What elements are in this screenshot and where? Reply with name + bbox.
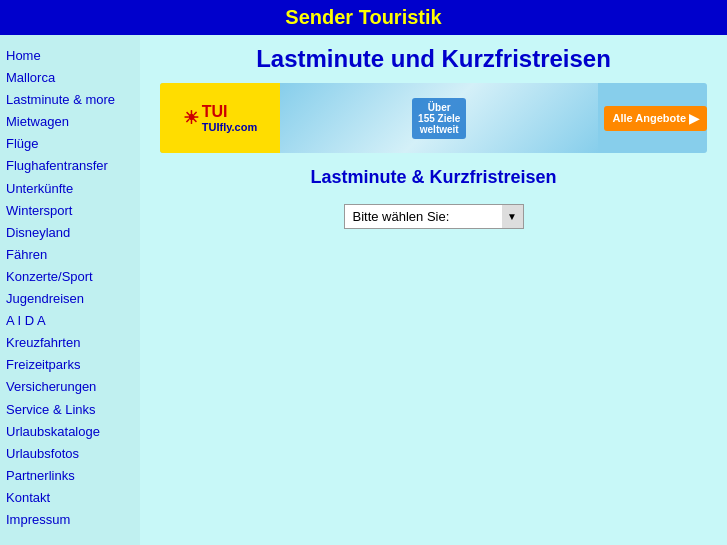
sidebar-item-faehren[interactable]: Fähren: [6, 244, 134, 266]
tui-brand: TUI: [202, 103, 257, 121]
dropdown-wrapper: Bitte wählen Sie: ▼: [344, 204, 524, 229]
tui-logo-area: ☀ TUI TUIfly.com: [160, 83, 280, 153]
banner-ziele: Über 155 Ziele weltweit: [412, 98, 466, 139]
sidebar-item-partnerlinks[interactable]: Partnerlinks: [6, 465, 134, 487]
sidebar-item-fluege[interactable]: Flüge: [6, 133, 134, 155]
sidebar-item-aida[interactable]: A I D A: [6, 310, 134, 332]
page-title: Lastminute und Kurzfristreisen: [160, 45, 707, 73]
section-title: Lastminute & Kurzfristreisen: [160, 167, 707, 188]
banner-image: Über 155 Ziele weltweit: [280, 83, 598, 153]
sidebar-item-versicherungen[interactable]: Versicherungen: [6, 376, 134, 398]
destination-select[interactable]: Bitte wählen Sie:: [344, 204, 524, 229]
sidebar-item-jugendreisen[interactable]: Jugendreisen: [6, 288, 134, 310]
sidebar: HomeMallorcaLastminute & moreMietwagenFl…: [0, 35, 140, 545]
sidebar-item-home[interactable]: Home: [6, 45, 134, 67]
sidebar-item-flughafentransfer[interactable]: Flughafentransfer: [6, 155, 134, 177]
sidebar-item-mietwagen[interactable]: Mietwagen: [6, 111, 134, 133]
sidebar-item-disneyland[interactable]: Disneyland: [6, 222, 134, 244]
sidebar-item-kreuzfahrten[interactable]: Kreuzfahrten: [6, 332, 134, 354]
tui-fly-text: TUIfly.com: [202, 121, 257, 133]
sidebar-item-konzerte-sport[interactable]: Konzerte/Sport: [6, 266, 134, 288]
dropdown-area: Bitte wählen Sie: ▼: [160, 204, 707, 229]
banner: ☀ TUI TUIfly.com Über 155 Ziele weltweit…: [160, 83, 707, 153]
tui-icon: ☀: [183, 107, 199, 129]
main-content: Lastminute und Kurzfristreisen ☀ TUI TUI…: [140, 35, 727, 545]
sidebar-item-impressum[interactable]: Impressum: [6, 509, 134, 531]
sidebar-item-service-links[interactable]: Service & Links: [6, 399, 134, 421]
sidebar-item-mallorca[interactable]: Mallorca: [6, 67, 134, 89]
sidebar-item-urlaubsfotos[interactable]: Urlaubsfotos: [6, 443, 134, 465]
sidebar-item-lastminute-more[interactable]: Lastminute & more: [6, 89, 134, 111]
sidebar-item-freizeitparks[interactable]: Freizeitparks: [6, 354, 134, 376]
arrow-icon: ▶: [689, 111, 699, 126]
page-header: Sender Touristik: [0, 0, 727, 35]
sidebar-item-urlaubskataloge[interactable]: Urlaubskataloge: [6, 421, 134, 443]
sidebar-item-unterkuenfte[interactable]: Unterkünfte: [6, 178, 134, 200]
sidebar-item-kontakt[interactable]: Kontakt: [6, 487, 134, 509]
sidebar-item-wintersport[interactable]: Wintersport: [6, 200, 134, 222]
header-title: Sender Touristik: [285, 6, 441, 28]
main-layout: HomeMallorcaLastminute & moreMietwagenFl…: [0, 35, 727, 545]
alle-angebote-button[interactable]: Alle Angebote ▶: [604, 106, 707, 131]
